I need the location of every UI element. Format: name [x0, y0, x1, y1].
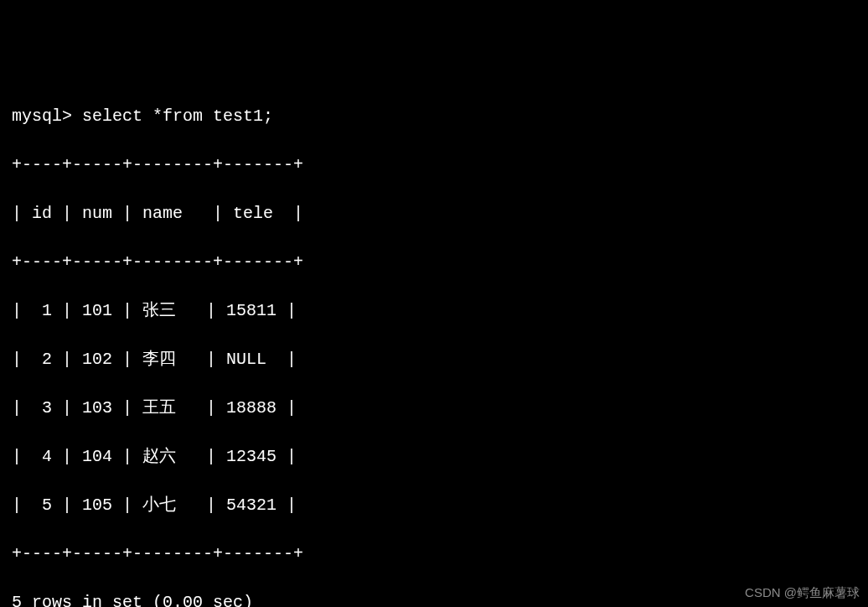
table-border: +----+-----+--------+-------+: [12, 250, 856, 274]
table-row: | 3 | 103 | 王五 | 18888 |: [12, 396, 856, 420]
table-row: | 5 | 105 | 小七 | 54321 |: [12, 493, 856, 517]
table-row: | 4 | 104 | 赵六 | 12345 |: [12, 444, 856, 469]
mysql-prompt: mysql>: [12, 106, 72, 126]
result-message: 5 rows in set (0.00 sec): [12, 590, 856, 607]
table-header: | id | num | name | tele |: [12, 201, 856, 226]
table-border: +----+-----+--------+-------+: [12, 153, 856, 177]
table-row: | 2 | 102 | 李四 | NULL |: [12, 347, 856, 371]
prompt-line: mysql> select *from test1;: [12, 104, 856, 128]
table-row: | 1 | 101 | 张三 | 15811 |: [12, 298, 856, 323]
table-border: +----+-----+--------+-------+: [12, 542, 856, 566]
select-command: select *from test1;: [82, 106, 273, 126]
watermark: CSDN @鳄鱼麻薯球: [745, 584, 860, 602]
